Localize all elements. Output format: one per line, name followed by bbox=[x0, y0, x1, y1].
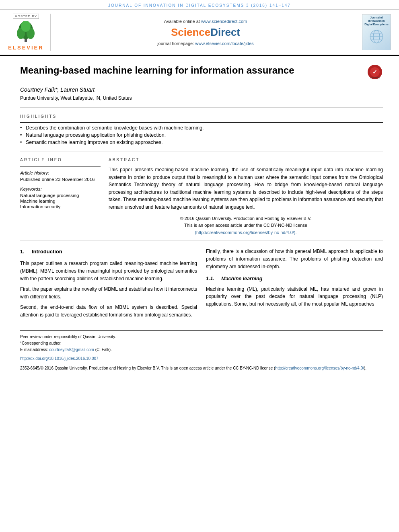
section1-heading: 1. Introduction bbox=[20, 248, 197, 256]
highlight-item: Describes the combination of semantic kn… bbox=[20, 125, 383, 131]
abstract-label: ABSTRACT bbox=[109, 158, 383, 162]
email-note: E-mail address: courtney.falk@gmail.com … bbox=[20, 347, 383, 353]
highlights-label: HIGHLIGHTS bbox=[20, 114, 383, 119]
footnote-section: Peer review under responsibility of Qass… bbox=[20, 330, 383, 372]
journal-cover: Journal of Innovation in Digital Ecosyst… bbox=[362, 14, 391, 50]
article-info-label: ARTICLE INFO bbox=[20, 158, 101, 162]
highlight-item: Natural language processing application … bbox=[20, 132, 383, 138]
journal-cover-block: Journal of Innovation in Digital Ecosyst… bbox=[360, 14, 393, 51]
keyword-nlp: Natural language processing bbox=[20, 193, 101, 198]
section1-number: 1. bbox=[20, 249, 25, 255]
divider-2 bbox=[20, 152, 383, 152]
intro-para3: Second, the end-to-end data flow of an M… bbox=[20, 304, 197, 318]
abstract-text: This paper presents meaning-based machin… bbox=[109, 166, 383, 211]
subsection1-number: 1.1. bbox=[206, 276, 214, 281]
article-title: Meaning-based machine learning for infor… bbox=[20, 64, 294, 76]
sciencedirect-logo: ScienceDirect bbox=[171, 26, 240, 39]
highlights-divider bbox=[20, 122, 383, 123]
email-link[interactable]: courtney.falk@gmail.com bbox=[49, 347, 94, 352]
doi-line: http://dx.doi.org/10.1016/j.jides.2016.1… bbox=[20, 355, 383, 362]
highlight-item: Semantic machine learning improves on ex… bbox=[20, 140, 383, 145]
copyright-line1: © 2016 Qassim University. Production and… bbox=[180, 216, 312, 221]
peer-review-note: Peer review under responsibility of Qass… bbox=[20, 334, 383, 340]
divider-1 bbox=[20, 107, 383, 108]
copyright-line2: This is an open access article under the… bbox=[184, 223, 307, 228]
center-banner: Available online at www.sciencedirect.co… bbox=[55, 14, 356, 51]
article-history-label: Article history: bbox=[20, 170, 101, 175]
info-divider bbox=[20, 166, 101, 166]
body-right: Finally, there is a discussion of how th… bbox=[206, 248, 383, 322]
article-info: ARTICLE INFO Article history: Published … bbox=[20, 158, 101, 236]
copyright-text: © 2016 Qassim University. Production and… bbox=[109, 215, 383, 236]
journal-homepage-text: journal homepage: www.elsevier.com/locat… bbox=[157, 41, 254, 46]
article-title-section: Meaning-based machine learning for infor… bbox=[20, 64, 383, 80]
subsection1-title: Machine learning bbox=[221, 276, 262, 281]
intro-right-para1: Finally, there is a discussion of how th… bbox=[206, 248, 383, 270]
crossmark-badge-icon: ✓ CrossMark bbox=[367, 64, 383, 80]
sciencedirect-link[interactable]: www.sciencedirect.com bbox=[201, 19, 247, 24]
doi-link[interactable]: http://dx.doi.org/10.1016/j.jides.2016.1… bbox=[20, 356, 99, 361]
subsection1-heading: 1.1. Machine learning bbox=[206, 275, 383, 283]
elsevier-tree-icon bbox=[14, 21, 38, 43]
journal-homepage-link[interactable]: www.elsevier.com/locate/jides bbox=[195, 41, 254, 46]
intro-para2: First, the paper explains the novelty of… bbox=[20, 286, 197, 300]
bottom-copyright: 2352-6645/© 2016 Qassim University. Prod… bbox=[20, 365, 383, 372]
elsevier-text: ELSEVIER bbox=[8, 45, 43, 51]
journal-cover-globe-icon bbox=[369, 29, 384, 44]
elsevier-logo: ELSEVIER bbox=[8, 21, 43, 51]
svg-text:✓: ✓ bbox=[372, 69, 377, 75]
available-online-text: Available online at www.sciencedirect.co… bbox=[164, 19, 247, 24]
license-link[interactable]: (http://creativecommons.org/licenses/by-… bbox=[195, 230, 296, 235]
keyword-security: Information security bbox=[20, 204, 101, 209]
two-column-section: ARTICLE INFO Article history: Published … bbox=[20, 158, 383, 236]
main-content: Meaning-based machine learning for infor… bbox=[0, 56, 399, 380]
svg-text:CrossMark: CrossMark bbox=[370, 76, 380, 79]
body-left: 1. Introduction This paper outlines a re… bbox=[20, 248, 197, 322]
section1-title: Introduction bbox=[32, 249, 62, 255]
divider-3 bbox=[20, 240, 383, 240]
body-columns: 1. Introduction This paper outlines a re… bbox=[20, 248, 383, 322]
highlights-section: HIGHLIGHTS Describes the combination of … bbox=[20, 114, 383, 145]
highlights-list: Describes the combination of semantic kn… bbox=[20, 125, 383, 145]
keywords-label: Keywords: bbox=[20, 187, 101, 191]
bottom-license-link[interactable]: http://creativecommons.org/licenses/by-n… bbox=[275, 366, 364, 370]
elsevier-block: HOSTED BY ELSEVIER bbox=[6, 14, 51, 51]
journal-cover-title: Journal of Innovation in Digital Ecosyst… bbox=[364, 16, 389, 26]
published-date: Published online 23 November 2016 bbox=[20, 177, 101, 182]
sciencedirect-sci: Science bbox=[171, 26, 210, 38]
authors: Courtney Falk*, Lauren Stuart bbox=[20, 86, 383, 93]
hosted-by-label: HOSTED BY bbox=[13, 14, 39, 19]
publisher-banner: HOSTED BY ELSEVIER Available online at w… bbox=[0, 10, 399, 56]
abstract-section: ABSTRACT This paper presents meaning-bas… bbox=[109, 158, 383, 236]
subsection1-para1: Machine learning (ML), particularly stat… bbox=[206, 286, 383, 308]
affiliation: Purdue University, West Lafayette, IN, U… bbox=[20, 95, 383, 101]
intro-para1: This paper outlines a research program c… bbox=[20, 260, 197, 282]
corresponding-author-note: *Corresponding author. bbox=[20, 340, 383, 347]
journal-header: JOURNAL OF INNOVATION IN DIGITAL ECOSYST… bbox=[0, 0, 399, 10]
sciencedirect-direct: Direct bbox=[210, 26, 240, 38]
keyword-ml: Machine learning bbox=[20, 199, 101, 203]
